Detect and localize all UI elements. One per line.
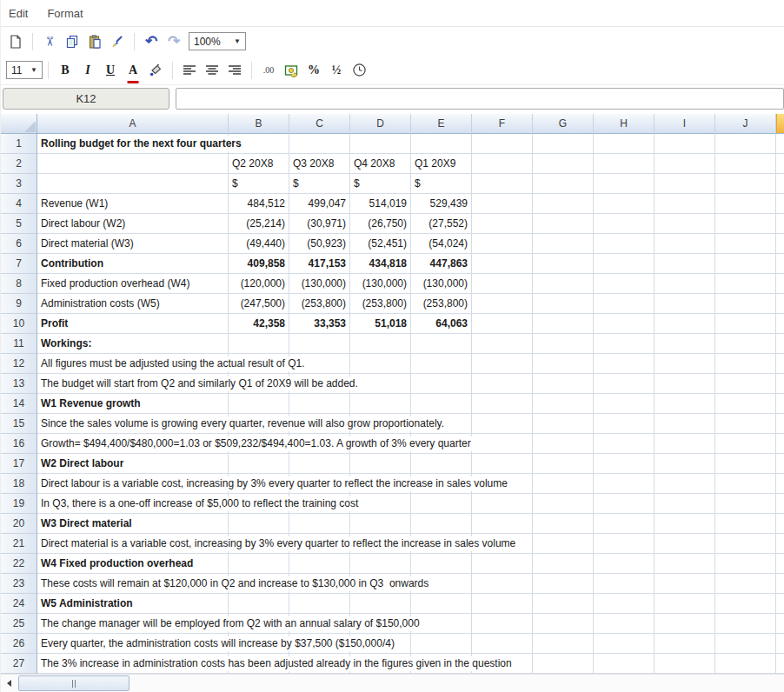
cell-A10[interactable]: Profit [37, 314, 229, 334]
cell-I23[interactable] [654, 574, 715, 594]
cell-I11[interactable] [654, 334, 715, 354]
cell-G7[interactable] [533, 254, 594, 274]
clock-icon[interactable] [348, 60, 370, 81]
cell-D5[interactable]: (26,750) [350, 214, 411, 234]
row-header-20[interactable]: 20 [1, 514, 37, 534]
cell-B10[interactable]: 42,358 [229, 314, 289, 334]
cell-I15[interactable] [654, 414, 715, 434]
cell-K11-partial[interactable] [776, 334, 784, 354]
cell-C4[interactable]: 499,047 [289, 194, 350, 214]
row-header-10[interactable]: 10 [1, 314, 37, 334]
cell-K20-partial[interactable] [776, 514, 784, 534]
new-document-icon[interactable] [4, 31, 27, 52]
cell-H1[interactable] [594, 134, 654, 154]
cell-I22[interactable] [654, 554, 715, 574]
fill-color-icon[interactable] [144, 60, 167, 81]
scroll-left-arrow-icon[interactable] [1, 675, 17, 692]
cell-A8[interactable]: Fixed production overhead (W4) [37, 274, 229, 294]
cell-F10[interactable] [472, 314, 533, 334]
cell-J12[interactable] [715, 354, 776, 374]
percent-button[interactable]: % [302, 60, 325, 81]
cell-K27-partial[interactable] [776, 654, 784, 674]
cell-F16[interactable] [472, 434, 533, 454]
cell-F5[interactable] [472, 214, 533, 234]
cell-G13[interactable] [533, 374, 594, 394]
column-header-F[interactable]: F [472, 114, 533, 134]
cell-E26[interactable] [411, 634, 472, 654]
cell-E20[interactable] [411, 514, 472, 534]
cell-B3[interactable]: $ [229, 174, 289, 194]
row-header-21[interactable]: 21 [1, 534, 37, 554]
cell-D20[interactable] [350, 514, 411, 534]
row-header-16[interactable]: 16 [1, 434, 37, 454]
cell-I1[interactable] [654, 134, 715, 154]
cell-J11[interactable] [715, 334, 776, 354]
cell-I20[interactable] [654, 514, 715, 534]
cell-I5[interactable] [654, 214, 715, 234]
cell-A15[interactable]: Since the sales volume is growing every … [37, 414, 229, 434]
cell-G24[interactable] [533, 594, 594, 614]
cell-J21[interactable] [715, 534, 776, 554]
cell-A5[interactable]: Direct labour (W2) [37, 214, 229, 234]
cell-name-box[interactable]: K12 [3, 88, 169, 110]
row-header-13[interactable]: 13 [1, 374, 37, 394]
align-right-icon[interactable] [223, 60, 246, 81]
column-header-B[interactable]: B [229, 114, 289, 134]
row-header-19[interactable]: 19 [1, 494, 37, 514]
cell-H15[interactable] [594, 414, 654, 434]
cell-K8-partial[interactable] [776, 274, 784, 294]
column-header-E[interactable]: E [411, 114, 472, 134]
cell-I17[interactable] [654, 454, 715, 474]
cell-A4[interactable]: Revenue (W1) [37, 194, 229, 214]
cell-F12[interactable] [472, 354, 533, 374]
cell-D2[interactable]: Q4 20X8 [350, 154, 411, 174]
cell-H4[interactable] [594, 194, 654, 214]
row-header-24[interactable]: 24 [1, 594, 37, 614]
cell-F13[interactable] [472, 374, 533, 394]
cell-B14[interactable] [229, 394, 289, 414]
cell-G6[interactable] [533, 234, 594, 254]
underline-button[interactable]: U [99, 60, 122, 81]
font-size-select[interactable]: 11 ▼ [6, 61, 43, 79]
cell-K25-partial[interactable] [776, 614, 784, 634]
cell-B11[interactable] [229, 334, 289, 354]
cell-B5[interactable]: (25,214) [229, 214, 289, 234]
cell-F8[interactable] [472, 274, 533, 294]
cell-B7[interactable]: 409,858 [229, 254, 289, 274]
cell-F9[interactable] [472, 294, 533, 314]
cell-J25[interactable] [715, 614, 776, 634]
cell-E2[interactable]: Q1 20X9 [411, 154, 472, 174]
cell-A3[interactable] [37, 174, 229, 194]
cell-E5[interactable]: (27,552) [411, 214, 472, 234]
format-painter-icon[interactable] [106, 31, 129, 52]
cell-J23[interactable] [715, 574, 776, 594]
cell-E14[interactable] [411, 394, 472, 414]
cell-K2-partial[interactable] [776, 154, 784, 174]
cell-D9[interactable]: (253,800) [350, 294, 411, 314]
cell-I13[interactable] [654, 374, 715, 394]
row-header-27[interactable]: 27 [1, 654, 37, 674]
cell-A6[interactable]: Direct material (W3) [37, 234, 229, 254]
cell-C11[interactable] [289, 334, 350, 354]
cell-G22[interactable] [533, 554, 594, 574]
cell-K10-partial[interactable] [776, 314, 784, 334]
cell-H9[interactable] [594, 294, 654, 314]
cell-H27[interactable] [594, 654, 654, 674]
cell-J17[interactable] [715, 454, 776, 474]
cell-A25[interactable]: The change manager will be employed from… [37, 614, 229, 634]
cell-B8[interactable]: (120,000) [229, 274, 289, 294]
cell-F2[interactable] [472, 154, 533, 174]
cut-icon[interactable]: ✂ [38, 31, 61, 52]
cell-J9[interactable] [715, 294, 776, 314]
cell-H25[interactable] [594, 614, 654, 634]
cell-K4-partial[interactable] [776, 194, 784, 214]
cell-J13[interactable] [715, 374, 776, 394]
decimal-button[interactable]: .00 [257, 60, 280, 81]
cell-A12[interactable]: All figures must be adjusted using the a… [37, 354, 229, 374]
row-header-2[interactable]: 2 [1, 154, 37, 174]
cell-C14[interactable] [289, 394, 350, 414]
cell-K9-partial[interactable] [776, 294, 784, 314]
cell-G25[interactable] [533, 614, 594, 634]
cell-D17[interactable] [350, 454, 411, 474]
cell-A16[interactable]: Growth= $494,400/$480,000=1.03 or $509,2… [37, 434, 229, 454]
